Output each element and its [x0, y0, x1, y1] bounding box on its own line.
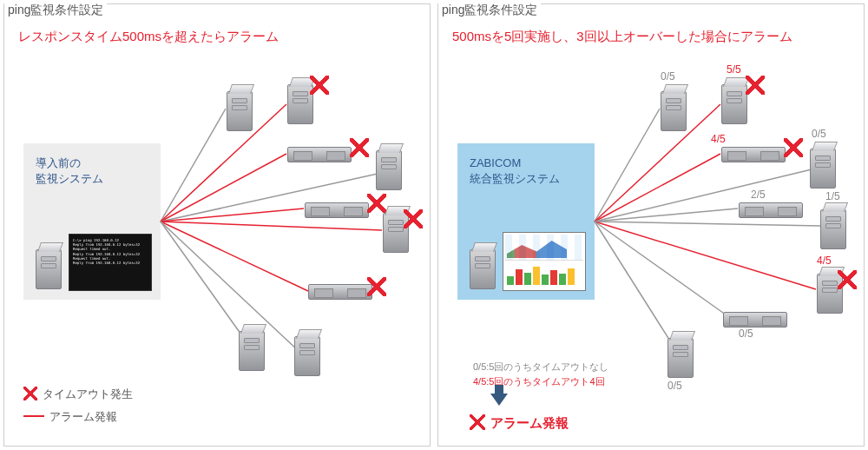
server-tower-icon: [470, 242, 496, 289]
dashboard-screen-icon: [503, 232, 586, 291]
right-panel-title: ping監視条件設定: [438, 3, 541, 18]
node-rack: [723, 312, 787, 328]
node-tower: [383, 206, 409, 253]
svg-line-13: [595, 208, 738, 222]
monitor-title-line1: 導入前の: [36, 156, 152, 171]
svg-line-14: [595, 222, 820, 226]
red-line-icon: [23, 415, 44, 417]
ratio-label: 1/5: [825, 190, 840, 202]
svg-line-9: [595, 109, 660, 222]
node-tower: [239, 324, 265, 371]
explain-block: 0/5:5回のうちタイムアウトなし 4/5:5回のうちタイムアウト4回: [473, 360, 608, 407]
server-tower-icon: [36, 242, 62, 289]
monitor-title-line2: 統合監視システム: [470, 171, 586, 187]
svg-line-8: [161, 222, 299, 352]
svg-line-0: [161, 109, 226, 222]
legend-timeout-label: タイムアウト発生: [43, 387, 133, 400]
ratio-label: 4/5: [711, 133, 726, 145]
x-icon: [350, 138, 369, 157]
left-headline: レスポンスタイム500msを超えたらアラーム: [18, 29, 419, 45]
big-alarm: アラーム発報: [470, 414, 569, 432]
ratio-label: 0/5: [667, 380, 682, 392]
ratio-label: 0/5: [812, 128, 826, 140]
left-panel-title: ping監視条件設定: [4, 3, 107, 18]
node-tower: [721, 77, 747, 124]
explain-red-line: 4/5:5回のうちタイムアウト4回: [473, 374, 608, 390]
ratio-label: 2/5: [751, 189, 766, 201]
node-rack: [305, 202, 369, 218]
node-rack: [739, 202, 803, 218]
svg-line-17: [595, 222, 677, 352]
diagram-root: ping監視条件設定 レスポンスタイム500msを超えたらアラーム 導入前の 監…: [0, 0, 868, 450]
svg-line-15: [595, 222, 816, 289]
console-screen-icon: C:\> ping 192.168.0.12 Reply from 192.16…: [69, 234, 152, 291]
node-tower: [817, 267, 843, 314]
svg-line-6: [161, 222, 308, 291]
node-tower: [820, 202, 846, 249]
monitor-box-before: 導入前の 監視システム C:\> ping 192.168.0.12 Reply…: [23, 143, 161, 300]
node-tower: [227, 84, 253, 131]
x-icon: [23, 387, 37, 400]
svg-line-11: [595, 154, 720, 222]
node-rack: [287, 147, 352, 162]
node-tower: [661, 84, 687, 131]
right-headline: 500msを5回実施し、3回以上オーバーした場合にアラーム: [452, 29, 853, 45]
node-tower: [376, 143, 402, 190]
node-tower: [667, 331, 694, 378]
big-alarm-label: アラーム発報: [490, 415, 569, 430]
node-tower: [294, 329, 320, 376]
ratio-label: 5/5: [727, 63, 741, 76]
node-rack: [721, 147, 786, 162]
x-icon: [784, 138, 803, 157]
svg-line-16: [595, 222, 729, 317]
svg-line-2: [161, 154, 286, 222]
svg-line-1: [161, 104, 286, 222]
right-panel: ping監視条件設定 500msを5回実施し、3回以上オーバーした場合にアラーム…: [437, 3, 865, 447]
node-tower: [810, 142, 836, 189]
legend-left: タイムアウト発生 アラーム発報: [23, 383, 133, 428]
svg-line-10: [595, 104, 720, 222]
svg-line-4: [161, 208, 304, 222]
node-rack: [308, 284, 372, 300]
ratio-label: 0/5: [661, 70, 675, 83]
legend-alarm-label: アラーム発報: [49, 410, 117, 423]
left-panel: ping監視条件設定 レスポンスタイム500msを超えたらアラーム 導入前の 監…: [3, 3, 431, 447]
monitor-title-line2: 監視システム: [36, 171, 152, 187]
monitor-box-zabicom: ZABICOM 統合監視システム: [457, 143, 595, 300]
arrow-down-icon: [490, 394, 508, 406]
ratio-label: 0/5: [739, 328, 753, 340]
ratio-label: 4/5: [817, 255, 832, 267]
svg-line-7: [161, 222, 247, 343]
explain-grey-line: 0/5:5回のうちタイムアウトなし: [473, 360, 608, 375]
svg-line-5: [161, 222, 382, 230]
x-icon: [470, 414, 485, 430]
monitor-title-line1: ZABICOM: [470, 156, 586, 171]
node-tower: [287, 77, 313, 124]
